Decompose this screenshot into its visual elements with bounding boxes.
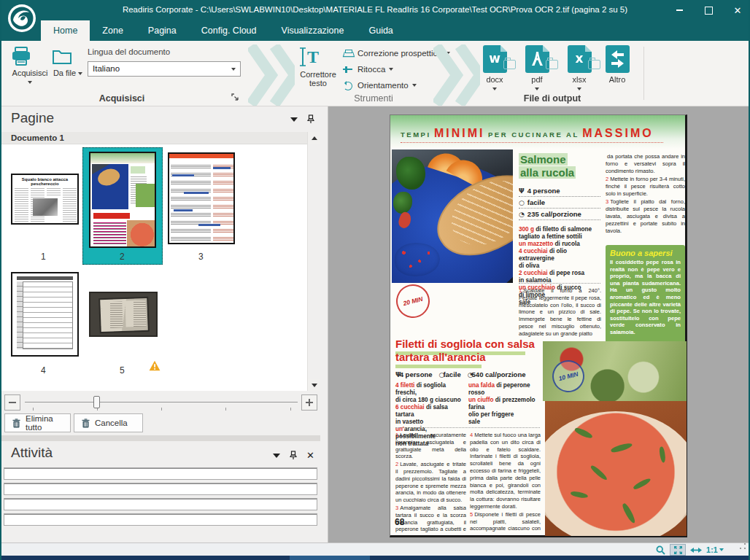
thumbnail-area: Squalo bianco attacca peschereccio	[1, 144, 307, 391]
chevron-down-icon	[412, 84, 417, 87]
time-stamp-red: 20 MIN	[393, 281, 433, 322]
chevron-down-icon	[719, 548, 724, 551]
output-altro-button[interactable]: Altro	[601, 45, 633, 84]
tab-visualizzazione[interactable]: Visualizzazione	[269, 20, 357, 41]
status-bar: 1:1	[1, 542, 749, 556]
scan-button[interactable]: Acquisisci	[10, 45, 50, 86]
servings-icon: Ψ	[519, 187, 525, 195]
recipe2-steps-col1: 1Lavate accuratamente l'arancia, asciuga…	[395, 432, 466, 534]
tab-home[interactable]: Home	[41, 20, 90, 41]
chevron-down-icon	[231, 68, 236, 71]
warning-icon	[149, 360, 161, 371]
recipe2-meta: Ψ4 persone ○facile ◔540 cal/porzione	[395, 370, 525, 378]
maximize-button[interactable]	[703, 5, 714, 15]
group-label-strumenti: Strumenti	[308, 93, 439, 104]
thumbnail-zoom-slider-row	[1, 394, 320, 412]
thumbnail-page-2[interactable]	[89, 152, 156, 248]
chevron-down-icon	[389, 68, 393, 71]
zoom-out-button[interactable]	[4, 394, 20, 411]
close-panel-icon[interactable]: ✕	[306, 452, 314, 459]
activity-row	[4, 498, 317, 510]
recipe1-meta: Ψ4 persone ○facile ◔235 cal/porzione	[519, 185, 600, 220]
activity-row	[4, 513, 317, 526]
window-bottom-border	[1, 556, 749, 560]
chevron-down-icon	[535, 88, 539, 90]
chevron-down-icon	[78, 72, 82, 75]
thumbnail-caption: 3	[198, 252, 204, 262]
delete-all-button[interactable]: Elimina tutto	[4, 413, 71, 432]
salmon-dish-photo	[392, 149, 513, 283]
minimize-button[interactable]	[674, 5, 684, 15]
ribbon: Acquisisci Da file Lingua del documento …	[1, 41, 749, 106]
panel-menu-chevron-icon[interactable]	[273, 454, 280, 458]
scroll-down-button[interactable]	[308, 379, 320, 391]
fit-width-icon[interactable]	[689, 544, 703, 556]
recipe1-continued-text: da portata che possa andare in forno e v…	[606, 153, 685, 236]
pages-scrollbar[interactable]	[307, 132, 320, 391]
scroll-up-button[interactable]	[308, 132, 320, 144]
scanner-printer-icon	[10, 45, 50, 67]
trash-icon	[12, 419, 20, 428]
difficulty-icon: ○	[519, 199, 525, 206]
pin-icon[interactable]	[290, 451, 297, 460]
readiris-logo-icon	[7, 4, 36, 33]
more-formats-icon	[606, 45, 630, 73]
document-group-header[interactable]: Documento 1	[1, 132, 307, 144]
readiris-window: Readiris Corporate - C:\Users\SWLABWIN10…	[0, 0, 750, 560]
recipe2-steps-col2: 4Mettete sul fuoco una larga padella con…	[470, 432, 541, 534]
zoom-magnifier-icon[interactable]	[654, 544, 667, 556]
language-value: Italiano	[93, 64, 120, 73]
scanned-page: TEMPI MINIMI PER CUCINARE AL MASSIMO 20 …	[390, 114, 687, 537]
tab-guida[interactable]: Guida	[356, 20, 405, 41]
tip-box: Buono a sapersi Il cosiddetto pepe rosa …	[606, 245, 685, 349]
trash-icon	[82, 419, 90, 428]
thumbnail-page-4[interactable]	[11, 272, 79, 357]
output-pdf-button[interactable]: pdf	[517, 45, 557, 93]
slider-handle[interactable]	[93, 396, 100, 408]
fit-to-window-icon[interactable]	[670, 544, 686, 556]
activity-row	[4, 467, 317, 480]
folder-icon	[546, 60, 558, 69]
tab-config-cloud[interactable]: Config. Cloud	[189, 20, 269, 41]
close-button[interactable]: ✕	[732, 5, 743, 15]
folder-icon	[588, 60, 600, 69]
output-docx-button[interactable]: w docx	[474, 45, 515, 93]
text-corrector-button[interactable]: T Correttore testo	[297, 45, 339, 88]
text-corrector-icon: T	[297, 45, 339, 69]
thumbnail-page-3[interactable]	[168, 152, 235, 244]
panel-menu-chevron-icon[interactable]	[290, 117, 298, 122]
chevron-down-icon	[577, 88, 581, 90]
tip-box-text: Il cosiddetto pepe rosa in realtà non è …	[610, 259, 681, 336]
tab-zone[interactable]: Zone	[90, 20, 136, 41]
title-bar: Readiris Corporate - C:\Users\SWLABWIN10…	[1, 0, 749, 20]
zoom-ratio-control[interactable]: 1:1	[706, 544, 724, 556]
svg-text:T: T	[307, 47, 319, 66]
clear-button[interactable]: Cancella	[74, 413, 143, 432]
resize-grip[interactable]	[739, 542, 746, 550]
panel-splitter[interactable]	[1, 435, 320, 441]
chevron-down-icon	[28, 81, 32, 84]
chevron-down-icon	[492, 88, 497, 90]
recipe2-ingredients-col2: una falda di peperone rossoun ciuffo di …	[468, 382, 541, 426]
ribbon-tab-bar: Home Zone Pagina Config. Cloud Visualizz…	[1, 20, 749, 41]
window-title: Readiris Corporate - C:\Users\SWLABWIN10…	[1, 5, 749, 14]
magazine-header-title: TEMPI MINIMI PER CUCINARE AL MASSIMO	[401, 127, 654, 140]
pin-icon[interactable]	[307, 114, 314, 124]
slider-track[interactable]	[25, 402, 298, 402]
thumbnail-page-1[interactable]: Squalo bianco attacca peschereccio	[11, 174, 79, 225]
thumbnail-caption: 4	[41, 365, 46, 376]
recipe2-title: Filetti di sogliola con salsa tartara al…	[395, 338, 535, 364]
thumbnail-caption: 2	[120, 252, 125, 262]
zoom-in-button[interactable]	[301, 394, 317, 411]
pane-splitter[interactable]	[320, 106, 328, 542]
thumbnail-page-5[interactable]	[89, 292, 158, 337]
page-preview-area[interactable]: TEMPI MINIMI PER CUCINARE AL MASSIMO 20 …	[328, 106, 749, 542]
activity-row	[4, 483, 317, 495]
thumbnail-caption: 5	[120, 365, 125, 376]
from-file-button[interactable]: Da file	[51, 45, 85, 77]
language-select[interactable]: Italiano	[88, 61, 241, 77]
rotate-orientation-icon	[343, 81, 354, 90]
output-xlsx-button[interactable]: x xlsx	[559, 45, 600, 93]
tab-pagina[interactable]: Pagina	[136, 20, 189, 41]
dialog-launcher-icon[interactable]	[231, 93, 239, 101]
